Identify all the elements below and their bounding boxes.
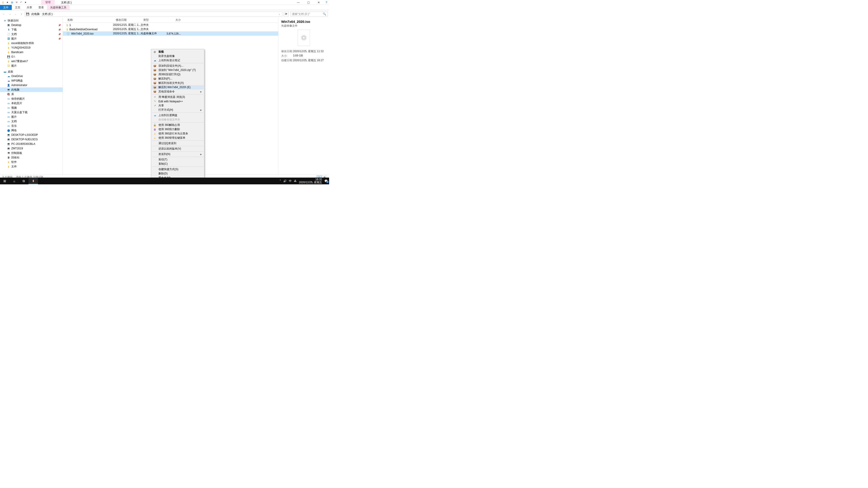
ime-indicator[interactable]: 中: [289, 179, 291, 183]
menu-item[interactable]: 剪切(T): [152, 158, 204, 162]
chevron-right-icon[interactable]: ›: [40, 13, 41, 15]
task-view-button[interactable]: ⧉: [19, 177, 29, 184]
nav-quick-item[interactable]: 🖼图片📌: [0, 36, 63, 41]
nav-quick-item[interactable]: ▮YUNQISHI2019: [0, 45, 63, 50]
tray-chevron-icon[interactable]: ˄: [280, 180, 281, 183]
menu-item[interactable]: 刻录光盘映像: [152, 54, 204, 58]
file-row[interactable]: ▮12020/12/15, 星期二 1...文件夹: [63, 23, 278, 27]
nav-quick-item[interactable]: 🖼图片: [0, 64, 63, 68]
undo-icon[interactable]: ↶: [19, 0, 23, 4]
menu-item[interactable]: 创建快捷方式(S): [152, 167, 204, 171]
menu-item[interactable]: ☁上传到百度网盘: [152, 113, 204, 118]
menu-item[interactable]: 还原以前的版本(V): [152, 147, 204, 151]
menu-item[interactable]: ✳用 蜂蜜浏览器 浏览(3): [152, 95, 204, 99]
nav-lib-item[interactable]: ▭保存的图片: [0, 96, 63, 101]
menu-item[interactable]: 🗑使用 360强力删除: [152, 127, 204, 131]
nav-net-item[interactable]: 💻PC-20190530OBLA: [0, 142, 63, 146]
forward-button[interactable]: →: [7, 11, 12, 17]
file-row[interactable]: ▮BaiduNetdiskDownload2020/12/25, 星期五 1..…: [63, 27, 278, 31]
nav-quick-item[interactable]: 💾G:\: [0, 55, 63, 59]
nav-quick-item[interactable]: 💻Desktop📌: [0, 23, 63, 27]
menu-item[interactable]: 📦解压到(F)...: [152, 76, 204, 81]
nav-folder[interactable]: ▮文件: [0, 164, 63, 169]
volume-icon[interactable]: 🔊: [283, 180, 287, 183]
nav-folder[interactable]: ▮软件: [0, 160, 63, 164]
qat-more-icon[interactable]: ▾: [24, 0, 28, 4]
minimize-button[interactable]: —: [293, 0, 303, 5]
nav-control-panel[interactable]: 🛠控制面板: [0, 151, 63, 155]
menu-item[interactable]: 发送到(N)▶: [152, 152, 204, 156]
clock[interactable]: 16:32 2020/12/25, 星期五: [299, 178, 322, 184]
nav-lib-item[interactable]: ▭视频: [0, 105, 63, 110]
nav-lib-item[interactable]: ▭图片: [0, 115, 63, 119]
tab-file[interactable]: 文件: [0, 5, 12, 10]
menu-item[interactable]: ✎Edit with Notepad++: [152, 99, 204, 103]
nav-net-item[interactable]: 💻DESKTOP-NJEU3CG: [0, 137, 63, 142]
refresh-button[interactable]: ⟳: [284, 11, 289, 17]
nav-lib-item[interactable]: ▭本机照片: [0, 101, 63, 105]
nav-item[interactable]: 📚库: [0, 92, 63, 96]
menu-item[interactable]: 删除(D): [152, 171, 204, 176]
file-row[interactable]: 💿Win7x64_2020.iso2020/12/25, 星期五 1...光盘映…: [63, 31, 278, 36]
tab-share[interactable]: 共享: [24, 5, 35, 10]
nav-network[interactable]: ⬤网络: [0, 128, 63, 133]
tab-home[interactable]: 主页: [12, 5, 24, 10]
tab-view[interactable]: 查看: [35, 5, 47, 10]
nav-quick-access[interactable]: ★快速访问: [0, 18, 63, 23]
menu-item[interactable]: 📦其他压缩命令▶: [152, 90, 204, 94]
menu-item[interactable]: 📦解压到当前文件夹(X): [152, 81, 204, 85]
nav-lib-item[interactable]: ▭天翼云盘下载: [0, 110, 63, 115]
search-button[interactable]: ⌕: [9, 177, 19, 184]
col-date[interactable]: 修改日期: [113, 18, 141, 22]
col-name[interactable]: 名称: [63, 18, 113, 22]
nav-item[interactable]: 👤Administrator: [0, 83, 63, 88]
explorer-taskbar-icon[interactable]: ▮: [29, 177, 38, 184]
menu-item[interactable]: ◎装载: [152, 50, 204, 54]
col-size[interactable]: 大小: [163, 18, 184, 22]
close-button[interactable]: ✕: [313, 0, 324, 5]
menu-item[interactable]: ●使用 360进行木马云查杀: [152, 131, 204, 136]
maximize-button[interactable]: ▢: [303, 0, 313, 5]
recent-dropdown-icon[interactable]: ⌄: [13, 11, 18, 17]
address-box[interactable]: 💾 › 此电脑 › 文档 (E:) › ⌄: [25, 11, 282, 17]
menu-item[interactable]: 打开方式(H)▶: [152, 108, 204, 112]
menu-item[interactable]: 📦添加到 "Win7x64_2020.zip" (T): [152, 68, 204, 72]
menu-item[interactable]: 🔓使用 360解除占用: [152, 123, 204, 127]
breadcrumb[interactable]: 文档 (E:): [41, 12, 53, 16]
chevron-right-icon[interactable]: ›: [30, 13, 31, 15]
chevron-right-icon[interactable]: ›: [54, 13, 54, 15]
nav-quick-item[interactable]: ▮win7重装win7: [0, 59, 63, 64]
menu-item[interactable]: ●使用 360管理右键菜单: [152, 136, 204, 140]
navigation-pane[interactable]: ★快速访问 💻Desktop📌⬇下载📌📄文档📌🖼图片📌▮excel表格制作求和▮…: [0, 18, 63, 175]
back-button[interactable]: ←: [1, 11, 6, 17]
nav-item[interactable]: ☁WPS网盘: [0, 78, 63, 83]
breadcrumb[interactable]: 此电脑: [31, 12, 40, 16]
nav-net-item[interactable]: 💻DESKTOP-LSSOEDP: [0, 133, 63, 137]
nav-quick-item[interactable]: 📄文档📌: [0, 32, 63, 36]
up-button[interactable]: ↑: [19, 11, 24, 17]
menu-item[interactable]: 📦解压到 Win7x64_2020\ (E): [152, 85, 204, 90]
col-type[interactable]: 类型: [141, 18, 163, 22]
delete-icon[interactable]: ✕: [14, 0, 19, 4]
nav-net-item[interactable]: 💻ZMT2019: [0, 146, 63, 151]
nav-lib-item[interactable]: ▭文档: [0, 119, 63, 124]
nav-item[interactable]: ☁OneDrive: [0, 74, 63, 78]
menu-item[interactable]: 通过QQ发送到: [152, 141, 204, 145]
nav-recycle-bin[interactable]: 🗑回收站: [0, 155, 63, 160]
menu-item[interactable]: 📦用360压缩打开(Q): [152, 72, 204, 76]
nav-quick-item[interactable]: ▮excel表格制作求和: [0, 41, 63, 45]
search-input[interactable]: 搜索"文档 (E:)" 🔍: [290, 11, 328, 17]
address-dropdown-icon[interactable]: ⌄: [278, 13, 281, 15]
menu-item[interactable]: 复制(C): [152, 162, 204, 166]
menu-item[interactable]: ☁上传到有道云笔记: [152, 58, 204, 63]
properties-icon[interactable]: ▤: [10, 0, 14, 4]
nav-quick-item[interactable]: ⬇下载📌: [0, 27, 63, 32]
nav-desktop[interactable]: ▬桌面: [0, 69, 63, 74]
tab-disc-image-tools[interactable]: 光盘映像工具: [47, 5, 70, 10]
nav-quick-item[interactable]: ▮Bandicam: [0, 50, 63, 55]
nav-item[interactable]: 💻此电脑: [0, 88, 63, 92]
menu-item[interactable]: 📦添加到压缩文件(A)...: [152, 64, 204, 68]
action-center-icon[interactable]: 💬3: [324, 180, 328, 183]
qat-dropdown-icon[interactable]: ▾: [5, 0, 9, 4]
nav-lib-item[interactable]: ▭音乐: [0, 124, 63, 128]
